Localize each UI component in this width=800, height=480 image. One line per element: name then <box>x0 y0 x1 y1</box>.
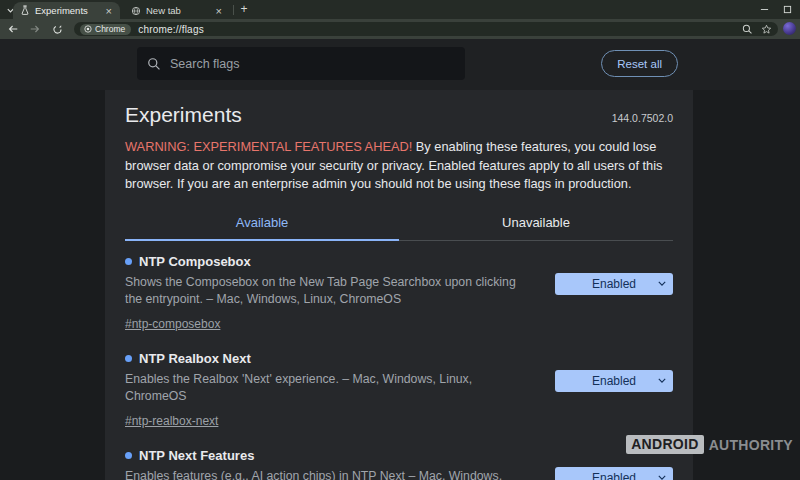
browser-toolbar: Chrome chrome://flags <box>0 19 800 39</box>
tab-unavailable[interactable]: Unavailable <box>399 207 673 241</box>
tab-available[interactable]: Available <box>125 207 399 241</box>
url-text: chrome://flags <box>138 24 204 35</box>
tab-divider <box>233 5 234 15</box>
experiment-value-select[interactable]: Enabled <box>555 370 673 392</box>
experimental-warning: WARNING: EXPERIMENTAL FEATURES AHEAD! By… <box>125 138 673 194</box>
enabled-dot-icon <box>125 452 132 459</box>
browser-tab-strip: Experiments × New tab × + <box>0 0 800 19</box>
tab-title: Experiments <box>35 5 100 16</box>
page-head: Experiments 144.0.7502.0 <box>125 90 673 127</box>
tab-new-tab[interactable]: New tab × <box>124 2 230 19</box>
chevron-down-icon <box>658 281 666 286</box>
android-authority-watermark: ANDROID AUTHORITY <box>626 435 793 454</box>
experiment-value-select[interactable]: Enabled <box>555 467 673 480</box>
experiment-description: Enables features (e.g., AI action chips)… <box>125 468 533 480</box>
warning-strong-text: WARNING: EXPERIMENTAL FEATURES AHEAD! <box>125 139 412 154</box>
page-title: Experiments <box>125 103 242 127</box>
site-chip[interactable]: Chrome <box>80 24 131 35</box>
flags-page-container: Experiments 144.0.7502.0 WARNING: EXPERI… <box>105 90 693 480</box>
flags-search-input[interactable] <box>170 57 430 71</box>
profile-avatar[interactable] <box>783 22 796 35</box>
bookmark-star-icon[interactable] <box>761 24 772 35</box>
experiment-name: NTP Composebox <box>139 254 251 269</box>
chevron-down-icon <box>658 378 666 383</box>
site-chip-label: Chrome <box>95 24 125 34</box>
experiment-description: Enables the Realbox 'Next' experience. –… <box>125 371 533 405</box>
maximize-button[interactable] <box>780 3 794 16</box>
lens-search-icon[interactable] <box>742 24 753 35</box>
flask-icon <box>20 5 30 16</box>
experiment-permalink[interactable]: #ntp-realbox-next <box>125 414 218 428</box>
experiment-description: Shows the Composebox on the New Tab Page… <box>125 274 533 308</box>
new-tab-button[interactable]: + <box>237 3 251 17</box>
tab-title: New tab <box>146 5 210 16</box>
experiment-value: Enabled <box>592 277 636 291</box>
experiment-row: NTP Next Features Enables features (e.g.… <box>125 448 673 480</box>
experiment-value-select[interactable]: Enabled <box>555 273 673 295</box>
flags-header: Reset all <box>0 39 800 90</box>
enabled-dot-icon <box>125 355 132 362</box>
availability-tabs: Available Unavailable <box>125 207 673 241</box>
forward-button[interactable] <box>26 21 44 37</box>
chrome-logo-icon <box>84 25 92 33</box>
watermark-authority: AUTHORITY <box>709 437 793 453</box>
watermark-android: ANDROID <box>626 435 703 454</box>
experiment-value: Enabled <box>592 374 636 388</box>
address-bar[interactable]: Chrome chrome://flags <box>74 22 778 36</box>
tab-close-icon[interactable]: × <box>105 6 113 16</box>
enabled-dot-icon <box>125 258 132 265</box>
experiment-name: NTP Realbox Next <box>139 351 251 366</box>
reset-all-button[interactable]: Reset all <box>601 50 678 77</box>
experiment-row: NTP Realbox Next Enables the Realbox 'Ne… <box>125 351 673 429</box>
experiment-value: Enabled <box>592 471 636 480</box>
reload-button[interactable] <box>48 21 66 37</box>
browser-version: 144.0.7502.0 <box>612 112 673 127</box>
experiment-row: NTP Composebox Shows the Composebox on t… <box>125 254 673 332</box>
tab-close-icon[interactable]: × <box>215 6 223 16</box>
tab-experiments[interactable]: Experiments × <box>13 2 120 19</box>
experiment-permalink[interactable]: #ntp-composebox <box>125 317 220 331</box>
experiments-list: NTP Composebox Shows the Composebox on t… <box>125 241 673 480</box>
window-controls <box>757 3 794 16</box>
flags-search-box[interactable] <box>137 47 465 80</box>
globe-icon <box>131 6 141 16</box>
experiment-name: NTP Next Features <box>139 448 254 463</box>
chevron-down-icon <box>658 475 666 480</box>
search-icon <box>147 57 161 71</box>
minimize-button[interactable] <box>757 3 771 16</box>
back-button[interactable] <box>4 21 22 37</box>
